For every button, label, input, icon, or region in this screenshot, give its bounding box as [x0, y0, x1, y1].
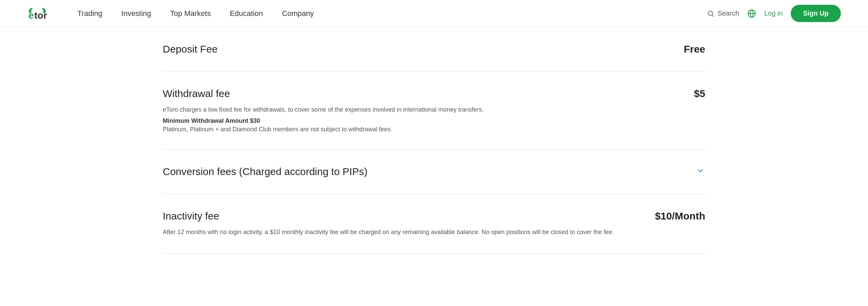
inactivity-fee-description: After 12 months with no login activity, … — [163, 227, 624, 237]
nav-item-education[interactable]: Education — [220, 0, 273, 27]
nav-right: Search Log in Sign Up — [707, 5, 841, 22]
withdrawal-fee-value: $5 — [694, 88, 705, 99]
conversion-fee-title: Conversion fees (Charged according to PI… — [163, 166, 624, 177]
deposit-fee-left: Deposit Fee — [163, 43, 651, 55]
deposit-fee-right: Free — [651, 43, 705, 55]
svg-text:e: e — [28, 10, 34, 21]
search-label: Search — [718, 9, 739, 17]
withdrawal-fee-left: Withdrawal fee eToro charges a low fixed… — [163, 88, 651, 133]
withdrawal-fee-row: Withdrawal fee eToro charges a low fixed… — [163, 72, 705, 150]
deposit-fee-value: Free — [684, 43, 705, 55]
deposit-fee-title: Deposit Fee — [163, 43, 624, 55]
deposit-fee-row: Deposit Fee Free — [163, 27, 705, 72]
withdrawal-fee-title: Withdrawal fee — [163, 88, 624, 99]
main-content: Deposit Fee Free Withdrawal fee eToro ch… — [136, 27, 732, 254]
signup-button[interactable]: Sign Up — [791, 5, 841, 22]
svg-text:toro: toro — [34, 10, 47, 21]
inactivity-fee-row: Inactivity fee After 12 months with no l… — [163, 194, 705, 254]
globe-icon[interactable] — [747, 9, 756, 18]
inactivity-fee-value: $10/Month — [655, 210, 705, 222]
withdrawal-fee-note: Platinum, Platinum + and Diamond Club me… — [163, 126, 624, 133]
inactivity-fee-title: Inactivity fee — [163, 210, 624, 222]
logo[interactable]: e toro — [27, 5, 47, 22]
nav-item-top-markets[interactable]: Top Markets — [161, 0, 220, 27]
svg-point-2 — [708, 11, 712, 15]
nav-links: Trading Investing Top Markets Education … — [68, 0, 707, 27]
search-area[interactable]: Search — [707, 9, 739, 17]
conversion-fee-left: Conversion fees (Charged according to PI… — [163, 166, 651, 177]
nav-item-trading[interactable]: Trading — [68, 0, 112, 27]
inactivity-fee-right: $10/Month — [651, 210, 705, 222]
search-icon — [707, 10, 714, 17]
navbar: e toro Trading Investing Top Markets Edu… — [0, 0, 868, 27]
login-button[interactable]: Log in — [764, 9, 783, 17]
svg-line-3 — [712, 15, 714, 17]
conversion-fee-right — [651, 166, 705, 175]
chevron-down-icon — [696, 166, 705, 175]
nav-item-company[interactable]: Company — [273, 0, 323, 27]
withdrawal-fee-right: $5 — [651, 88, 705, 99]
conversion-fee-row[interactable]: Conversion fees (Charged according to PI… — [163, 150, 705, 194]
withdrawal-fee-note-bold: Minimum Withdrawal Amount $30 — [163, 117, 624, 125]
withdrawal-fee-description: eToro charges a low fixed fee for withdr… — [163, 105, 624, 115]
nav-item-investing[interactable]: Investing — [112, 0, 161, 27]
inactivity-fee-left: Inactivity fee After 12 months with no l… — [163, 210, 651, 237]
